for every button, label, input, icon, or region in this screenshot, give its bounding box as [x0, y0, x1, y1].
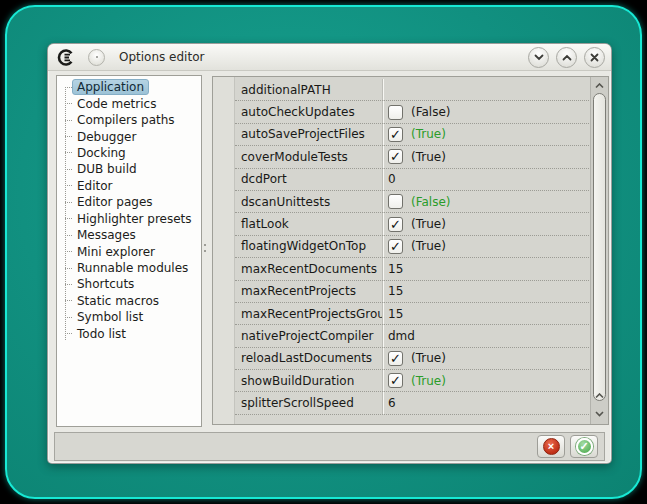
property-name: maxRecentProjectsGrou [235, 303, 383, 324]
sidebar-item-runnable-modules[interactable]: Runnable modules [57, 260, 201, 276]
tree-guide [65, 235, 72, 236]
titlebar[interactable]: Options editor [48, 44, 611, 71]
property-row[interactable]: maxRecentProjectsGrou15 [235, 303, 589, 325]
category-tree: ApplicationCode metricsCompilers pathsDe… [56, 75, 202, 427]
tree-guide [65, 103, 72, 104]
options-editor-window: Options editor ApplicationCode metricsCo… [47, 43, 612, 464]
cancel-button[interactable]: × [537, 435, 565, 458]
checkbox-unchecked[interactable] [388, 105, 403, 120]
property-row[interactable]: nativeProjectCompilerdmd [235, 325, 589, 347]
tree-guide [65, 169, 72, 170]
footer-bar: × ✓ [54, 432, 605, 461]
checkbox-checked[interactable]: ✓ [388, 127, 403, 142]
property-name: dscanUnittests [235, 191, 383, 212]
property-name: showBuildDuration [235, 370, 383, 391]
property-name: maxRecentProjects [235, 281, 383, 302]
grid-rows: additionalPATHautoCheckUpdates(False)aut… [235, 79, 589, 415]
sidebar-item-label: Shortcuts [72, 276, 139, 292]
property-row[interactable]: maxRecentDocuments15 [235, 258, 589, 280]
sidebar-item-label: Docking [72, 145, 131, 161]
property-row[interactable]: flatLook✓(True) [235, 213, 589, 235]
checkbox-checked[interactable]: ✓ [388, 217, 403, 232]
scroll-up-button-secondary[interactable] [591, 389, 608, 402]
property-value-cell: 15 [383, 281, 589, 302]
sidebar-item-symbol-list[interactable]: Symbol list [57, 309, 201, 325]
property-value: 0 [388, 172, 396, 186]
property-value: 6 [388, 396, 396, 410]
property-row[interactable]: dscanUnittests(False) [235, 191, 589, 213]
checkbox-checked[interactable]: ✓ [388, 351, 403, 366]
property-value-cell: ✓(True) [383, 146, 589, 167]
property-value-cell: ✓(True) [383, 213, 589, 234]
property-row[interactable]: autoSaveProjectFiles✓(True) [235, 124, 589, 146]
tree-guide [65, 284, 72, 285]
property-value: (True) [411, 150, 446, 164]
sidebar-item-dub-build[interactable]: DUB build [57, 161, 201, 177]
sidebar-item-messages[interactable]: Messages [57, 227, 201, 243]
property-row[interactable]: autoCheckUpdates(False) [235, 101, 589, 123]
property-row[interactable]: dcdPort0 [235, 169, 589, 191]
property-value: 15 [388, 284, 403, 298]
property-value: 15 [388, 307, 403, 321]
sidebar-item-label: Runnable modules [72, 260, 193, 276]
property-grid: additionalPATHautoCheckUpdates(False)aut… [212, 76, 609, 425]
property-row[interactable]: showBuildDuration✓(True) [235, 370, 589, 392]
scrollbar-thumb[interactable] [593, 93, 606, 401]
close-icon [590, 53, 599, 62]
property-name: floatingWidgetOnTop [235, 236, 383, 257]
property-value: 15 [388, 262, 403, 276]
property-name: nativeProjectCompiler [235, 325, 383, 346]
property-value-cell: ✓(True) [383, 124, 589, 145]
sidebar-item-compilers-paths[interactable]: Compilers paths [57, 112, 201, 128]
property-value: (False) [411, 105, 451, 119]
dot-icon [96, 56, 98, 58]
sidebar-item-label: Todo list [72, 326, 131, 342]
property-name: maxRecentDocuments [235, 258, 383, 279]
tree-guide [65, 251, 72, 252]
maximize-button[interactable] [556, 47, 577, 68]
desktop-background: Options editor ApplicationCode metricsCo… [5, 5, 642, 499]
property-row[interactable]: splitterScrollSpeed6 [235, 392, 589, 414]
scroll-down-button[interactable] [591, 407, 608, 420]
sidebar-item-label: Mini explorer [72, 244, 160, 260]
sidebar-item-editor[interactable]: Editor [57, 178, 201, 194]
sidebar-item-todo-list[interactable]: Todo list [57, 326, 201, 342]
property-row[interactable]: floatingWidgetOnTop✓(True) [235, 236, 589, 258]
sidebar-item-shortcuts[interactable]: Shortcuts [57, 276, 201, 292]
accept-button[interactable]: ✓ [570, 435, 598, 458]
property-row[interactable]: additionalPATH [235, 79, 589, 101]
sidebar-item-label: Code metrics [72, 96, 161, 112]
sidebar-item-label: Messages [72, 227, 141, 243]
sidebar-item-code-metrics[interactable]: Code metrics [57, 95, 201, 111]
minimize-button[interactable] [528, 47, 549, 68]
sidebar-item-highlighter-presets[interactable]: Highlighter presets [57, 211, 201, 227]
tree-guide [65, 300, 72, 301]
tree-guide [65, 185, 72, 186]
splitter-handle[interactable] [200, 238, 210, 260]
property-row[interactable]: maxRecentProjects15 [235, 281, 589, 303]
scroll-up-button[interactable] [591, 79, 608, 92]
sidebar-item-editor-pages[interactable]: Editor pages [57, 194, 201, 210]
checkbox-checked[interactable]: ✓ [388, 239, 403, 254]
checkbox-unchecked[interactable] [388, 194, 403, 209]
close-button[interactable] [584, 47, 605, 68]
sidebar-item-mini-explorer[interactable]: Mini explorer [57, 243, 201, 259]
sidebar-item-debugger[interactable]: Debugger [57, 128, 201, 144]
tree-guide [65, 87, 72, 88]
vertical-scrollbar[interactable] [590, 77, 608, 424]
sidebar-item-application[interactable]: Application [57, 79, 201, 95]
property-name: autoCheckUpdates [235, 101, 383, 122]
property-name: coverModuleTests [235, 146, 383, 167]
accept-check-icon: ✓ [576, 438, 593, 455]
chevron-down-icon [534, 54, 544, 61]
sidebar-item-docking[interactable]: Docking [57, 145, 201, 161]
checkbox-checked[interactable]: ✓ [388, 149, 403, 164]
property-value-cell: ✓(True) [383, 348, 589, 369]
property-row[interactable]: coverModuleTests✓(True) [235, 146, 589, 168]
sidebar-item-label: DUB build [72, 161, 142, 177]
checkbox-checked[interactable]: ✓ [388, 373, 403, 388]
tree-guide [65, 317, 72, 318]
sidebar-item-static-macros[interactable]: Static macros [57, 293, 201, 309]
property-row[interactable]: reloadLastDocuments✓(True) [235, 348, 589, 370]
window-menu-button[interactable] [88, 49, 105, 66]
